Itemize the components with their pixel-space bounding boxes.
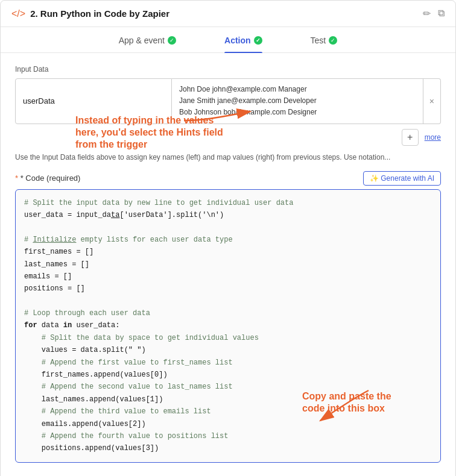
external-link-icon[interactable]: ⧉ bbox=[438, 8, 445, 19]
tab-app-event[interactable]: App & event ✓ bbox=[119, 36, 176, 52]
required-star: * bbox=[15, 174, 18, 183]
code-line-13: first_names.append(values[0]) bbox=[24, 369, 432, 381]
code-line-11: values = data.split(" ") bbox=[24, 344, 432, 356]
code-line-10: # Split the data by space to get individ… bbox=[24, 332, 432, 344]
value-line-1: John Doe john@example.com Manager bbox=[179, 84, 416, 95]
code-line-blank-1 bbox=[24, 221, 432, 233]
code-line-14: # Append the second value to last_names … bbox=[24, 381, 432, 393]
value-line-2: Jane Smith jane@example.com Developer bbox=[179, 95, 416, 107]
code-label: * * Code (required) bbox=[15, 174, 80, 183]
input-data-section: John Doe john@example.com Manager Jane S… bbox=[15, 78, 441, 146]
code-icon: </> bbox=[11, 8, 25, 19]
input-data-hint: Use the Input Data fields above to assig… bbox=[15, 152, 441, 163]
page-title: 2. Run Python in Code by Zapier bbox=[30, 8, 169, 19]
tab-test-label: Test bbox=[311, 36, 326, 45]
code-line-6: emails = [] bbox=[24, 271, 432, 283]
code-line-19: positions.append(values[3]) bbox=[24, 442, 432, 454]
tab-app-event-check: ✓ bbox=[168, 36, 176, 45]
header: </> 2. Run Python in Code by Zapier ✏ ⧉ bbox=[1, 1, 455, 27]
tab-action-label: Action bbox=[224, 36, 251, 45]
tab-action[interactable]: Action ✓ bbox=[224, 36, 262, 52]
code-line-4: first_names = [] bbox=[24, 246, 432, 258]
generate-ai-button[interactable]: ✨ Generate with AI bbox=[363, 171, 441, 186]
code-section: # Split the input data by new line to ge… bbox=[15, 189, 441, 463]
code-line-12: # Append the first value to first_names … bbox=[24, 357, 432, 369]
code-required: (required) bbox=[46, 174, 80, 183]
code-label-text: * Code bbox=[21, 174, 45, 183]
code-line-8: # Loop through each user data bbox=[24, 307, 432, 319]
input-value-lines: John Doe john@example.com Manager Jane S… bbox=[179, 84, 416, 119]
code-line-3: # Initialize empty lists for each user d… bbox=[24, 234, 432, 246]
tab-test-check: ✓ bbox=[329, 36, 337, 45]
code-line-1: # Split the input data by new line to ge… bbox=[24, 197, 432, 209]
input-data-label: Input Data bbox=[15, 65, 441, 74]
tab-app-event-label: App & event bbox=[119, 36, 165, 45]
code-line-7: positions = [] bbox=[24, 283, 432, 295]
add-input-button[interactable]: + bbox=[402, 129, 419, 146]
add-more-row: + more bbox=[15, 129, 441, 146]
code-line-15: last_names.append(values[1]) bbox=[24, 393, 432, 406]
value-line-3: Bob Johnson bob@example.com Designer bbox=[179, 107, 416, 118]
main-content: Input Data John Doe john@example.com Man… bbox=[1, 53, 455, 475]
code-line-18: # Append the fourth value to positions l… bbox=[24, 430, 432, 442]
more-link[interactable]: more bbox=[425, 133, 441, 142]
code-line-16: # Append the third value to emails list bbox=[24, 406, 432, 418]
code-line-blank-2 bbox=[24, 295, 432, 307]
remove-input-button[interactable]: × bbox=[423, 78, 441, 124]
tab-action-check: ✓ bbox=[254, 36, 262, 45]
edit-icon[interactable]: ✏ bbox=[423, 8, 431, 19]
code-label-row: * * Code (required) ✨ Generate with AI bbox=[15, 171, 441, 186]
code-line-17: emails.append(values[2]) bbox=[24, 418, 432, 430]
input-key-field[interactable] bbox=[15, 78, 172, 124]
code-line-5: last_names = [] bbox=[24, 258, 432, 271]
code-line-9: for data in user_data: bbox=[24, 319, 432, 331]
tabs-nav: App & event ✓ Action ✓ Test ✓ bbox=[1, 27, 455, 53]
code-line-2: user_data = input_data['userData'].split… bbox=[24, 209, 432, 221]
input-data-row: John Doe john@example.com Manager Jane S… bbox=[15, 78, 441, 124]
input-value-field[interactable]: John Doe john@example.com Manager Jane S… bbox=[172, 78, 423, 124]
tab-test[interactable]: Test ✓ bbox=[311, 36, 338, 52]
code-editor[interactable]: # Split the input data by new line to ge… bbox=[15, 189, 441, 463]
